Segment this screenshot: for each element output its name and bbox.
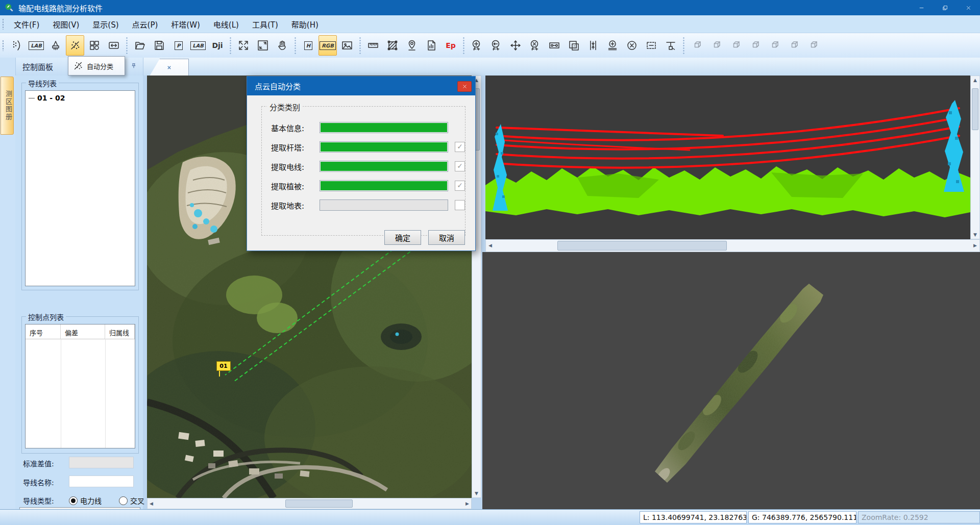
extract-checkbox[interactable] [455, 200, 465, 210]
cube-view-1-button[interactable] [688, 35, 706, 56]
radio-label: 电力线 [80, 497, 102, 505]
zoom-window-button[interactable] [254, 35, 272, 56]
delete-point-button[interactable] [623, 35, 641, 56]
close-icon[interactable] [957, 0, 980, 15]
open-file-button[interactable] [131, 35, 149, 56]
ok-button[interactable]: 确定 [384, 230, 421, 245]
wire-type-radio-1[interactable]: 交叉 [119, 497, 144, 505]
menu-item-3[interactable]: 点云(P) [126, 19, 165, 30]
menu-item-5[interactable]: 电线(L) [207, 19, 246, 30]
cube-view-2-button[interactable] [707, 35, 725, 56]
scroll-right-icon[interactable]: ▶ [465, 501, 469, 506]
wire-type-label: 导线类型: [23, 495, 54, 506]
auto-classify-tooltip: 自动分类 [68, 56, 125, 76]
view-layout-button[interactable] [85, 35, 104, 56]
dialog-close-icon[interactable] [457, 81, 472, 92]
move-point-button[interactable] [506, 35, 525, 56]
extract-checkbox[interactable]: ✓ [455, 181, 465, 191]
menu-item-2[interactable]: 显示(S) [86, 19, 125, 30]
control-point-marker[interactable]: 01 [216, 361, 231, 377]
measure-ruler-button[interactable] [364, 35, 382, 56]
extract-checkbox[interactable]: ✓ [455, 142, 465, 152]
extract-checkbox[interactable]: ✓ [455, 161, 465, 171]
minimize-icon[interactable] [910, 0, 933, 15]
label-display-button[interactable]: LAB [27, 35, 45, 56]
topview-viewport[interactable] [482, 252, 980, 509]
delete-tower-button[interactable] [526, 35, 544, 56]
control-points-table[interactable]: 序号偏差归属线 [25, 324, 135, 448]
stddev-row: 标准差值: [15, 457, 143, 469]
tab-close-icon[interactable] [166, 64, 173, 71]
vertical-spacing-button[interactable] [584, 35, 602, 56]
image-render-button[interactable] [338, 35, 356, 56]
progress-bar [320, 199, 448, 211]
menu-item-6[interactable]: 工具(T) [246, 19, 285, 30]
floppy-icon [153, 39, 165, 52]
prev-tower-button[interactable] [487, 35, 505, 56]
import-pos-button[interactable]: P [169, 35, 188, 56]
wire-type-radio-0[interactable]: 电力线 [69, 497, 102, 505]
slashdots-icon [69, 39, 81, 52]
map-horizontal-scrollbar[interactable]: ◀ ▶ [147, 498, 472, 509]
scroll-right-icon[interactable]: ▶ [973, 243, 977, 248]
cube-view-7-button[interactable] [804, 35, 822, 56]
clip-region-button[interactable] [383, 35, 402, 56]
scroll-down-icon[interactable]: ▼ [971, 232, 979, 237]
brush-classify-button[interactable] [46, 35, 65, 56]
scroll-left-icon[interactable]: ◀ [488, 243, 492, 248]
scroll-thumb[interactable] [557, 241, 727, 251]
scroll-up-icon[interactable]: ▲ [971, 78, 979, 83]
add-point-button[interactable] [603, 35, 622, 56]
cube-view-6-button[interactable] [785, 35, 803, 56]
auto-classify-button[interactable] [66, 35, 84, 56]
dji-import-button[interactable]: Dji [208, 35, 227, 56]
vertical-tab-atlas[interactable]: 测区图册 [1, 77, 14, 135]
import-label-button[interactable]: LAB [189, 35, 207, 56]
dji-icon: Dji [212, 41, 223, 49]
scroll-thumb[interactable] [285, 499, 353, 508]
cube-view-3-button[interactable] [726, 35, 745, 56]
profile-vertical-scrollbar[interactable]: ▲ ▼ [970, 76, 980, 239]
point-cloud-profile-button[interactable] [8, 35, 26, 56]
profile-viewport[interactable] [485, 76, 970, 239]
cube-view-4-button[interactable] [746, 35, 764, 56]
menu-item-0[interactable]: 文件(F) [7, 19, 46, 30]
dialog-title-bar[interactable]: 点云自动分类 [247, 77, 475, 95]
cube-view-5-button[interactable] [765, 35, 783, 56]
span-link-button[interactable] [545, 35, 564, 56]
wire-name-field[interactable] [69, 476, 134, 487]
drop-node-button[interactable] [662, 35, 680, 56]
zoom-extent-button[interactable] [234, 35, 253, 56]
report-chart-button[interactable] [422, 35, 440, 56]
scroll-down-icon[interactable]: ▼ [472, 491, 481, 496]
menu-item-1[interactable]: 视图(V) [46, 19, 86, 30]
toolbar-separator [359, 37, 361, 54]
profile-horizontal-scrollbar[interactable]: ◀ ▶ [485, 239, 980, 252]
scroll-left-icon[interactable]: ◀ [150, 501, 153, 506]
column-header-0: 序号 [26, 324, 61, 339]
save-button[interactable] [150, 35, 168, 56]
menu-item-4[interactable]: 杆塔(W) [164, 19, 207, 30]
locate-pin-button[interactable] [403, 35, 421, 56]
scroll-thumb[interactable] [972, 88, 978, 130]
height-render-button[interactable]: H [299, 35, 317, 56]
brush-icon [50, 39, 62, 52]
horizontal-extent-button[interactable] [105, 35, 123, 56]
column-header-2: 归属线 [105, 324, 135, 339]
menu-item-7[interactable]: 帮助(H) [285, 19, 325, 30]
wire-list-item[interactable]: 01 - 02 [29, 94, 135, 102]
rgb-render-button[interactable]: RGB [318, 35, 337, 56]
pan-hand-button[interactable] [273, 35, 291, 56]
ep-render-button[interactable]: Ep [442, 35, 460, 56]
cancel-button[interactable]: 取消 [428, 230, 465, 245]
wire-list[interactable]: 01 - 02 [25, 90, 135, 286]
select-region-button[interactable] [642, 35, 660, 56]
copy-layer-button[interactable] [565, 35, 583, 56]
pin-icon[interactable] [130, 62, 139, 71]
add-tower-button[interactable] [468, 35, 486, 56]
maximize-icon[interactable] [933, 0, 957, 15]
wire-list-title: 导线列表 [26, 78, 59, 88]
radio-icon [69, 496, 78, 505]
cube-icon [691, 39, 703, 52]
dialog-row-4: 提取地表: [271, 199, 465, 211]
